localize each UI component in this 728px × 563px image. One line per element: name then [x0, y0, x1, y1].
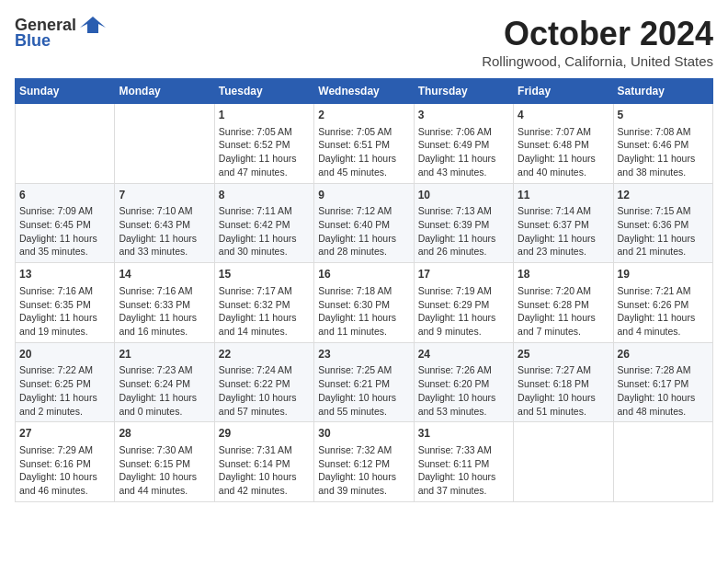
day-info: Sunrise: 7:26 AMSunset: 6:20 PMDaylight:… [418, 363, 509, 418]
calendar-cell: 16Sunrise: 7:18 AMSunset: 6:30 PMDayligh… [314, 263, 414, 343]
day-number: 22 [219, 347, 310, 362]
day-number: 5 [618, 108, 709, 123]
day-number: 25 [518, 347, 609, 362]
col-header-thursday: Thursday [414, 79, 513, 104]
day-info: Sunrise: 7:19 AMSunset: 6:29 PMDaylight:… [418, 284, 509, 339]
col-header-monday: Monday [115, 79, 214, 104]
day-info: Sunrise: 7:09 AMSunset: 6:45 PMDaylight:… [19, 204, 110, 259]
day-number: 29 [219, 426, 310, 442]
day-info: Sunrise: 7:33 AMSunset: 6:11 PMDaylight:… [418, 443, 509, 498]
calendar-cell: 25Sunrise: 7:27 AMSunset: 6:18 PMDayligh… [514, 342, 613, 422]
col-header-sunday: Sunday [16, 79, 115, 104]
calendar-cell: 22Sunrise: 7:24 AMSunset: 6:22 PMDayligh… [214, 342, 313, 422]
calendar-cell: 29Sunrise: 7:31 AMSunset: 6:14 PMDayligh… [214, 422, 313, 502]
day-number: 12 [618, 188, 709, 203]
calendar-cell: 13Sunrise: 7:16 AMSunset: 6:35 PMDayligh… [16, 263, 115, 343]
day-number: 7 [119, 188, 210, 203]
header-row: SundayMondayTuesdayWednesdayThursdayFrid… [16, 79, 713, 104]
calendar-cell: 31Sunrise: 7:33 AMSunset: 6:11 PMDayligh… [414, 422, 513, 502]
day-number: 16 [318, 267, 409, 282]
calendar-cell: 1Sunrise: 7:05 AMSunset: 6:52 PMDaylight… [214, 104, 313, 184]
calendar-cell [16, 104, 115, 184]
day-info: Sunrise: 7:17 AMSunset: 6:32 PMDaylight:… [219, 284, 310, 339]
day-info: Sunrise: 7:18 AMSunset: 6:30 PMDaylight:… [318, 284, 409, 339]
calendar-cell: 10Sunrise: 7:13 AMSunset: 6:39 PMDayligh… [414, 183, 513, 263]
calendar-cell: 11Sunrise: 7:14 AMSunset: 6:37 PMDayligh… [514, 183, 613, 263]
logo-blue-text: Blue [15, 31, 51, 51]
calendar-cell: 3Sunrise: 7:06 AMSunset: 6:49 PMDaylight… [414, 104, 513, 184]
day-number: 30 [318, 426, 409, 442]
day-info: Sunrise: 7:28 AMSunset: 6:17 PMDaylight:… [618, 363, 709, 418]
day-number: 17 [418, 267, 509, 282]
day-info: Sunrise: 7:21 AMSunset: 6:26 PMDaylight:… [618, 284, 709, 339]
day-number: 24 [418, 347, 509, 362]
day-info: Sunrise: 7:05 AMSunset: 6:52 PMDaylight:… [219, 125, 310, 179]
week-row-5: 27Sunrise: 7:29 AMSunset: 6:16 PMDayligh… [16, 422, 713, 502]
day-number: 20 [19, 347, 110, 362]
calendar-cell: 5Sunrise: 7:08 AMSunset: 6:46 PMDaylight… [613, 104, 712, 184]
day-info: Sunrise: 7:29 AMSunset: 6:16 PMDaylight:… [19, 443, 110, 498]
day-info: Sunrise: 7:16 AMSunset: 6:33 PMDaylight:… [119, 284, 210, 339]
day-info: Sunrise: 7:16 AMSunset: 6:35 PMDaylight:… [19, 284, 110, 339]
calendar-cell: 4Sunrise: 7:07 AMSunset: 6:48 PMDaylight… [514, 104, 613, 184]
calendar-cell: 30Sunrise: 7:32 AMSunset: 6:12 PMDayligh… [314, 422, 414, 502]
page-header: General Blue October 2024 Rollingwood, C… [15, 15, 713, 69]
week-row-1: 1Sunrise: 7:05 AMSunset: 6:52 PMDaylight… [16, 104, 713, 184]
day-number: 31 [418, 426, 509, 442]
calendar-cell: 15Sunrise: 7:17 AMSunset: 6:32 PMDayligh… [214, 263, 313, 343]
day-info: Sunrise: 7:11 AMSunset: 6:42 PMDaylight:… [219, 204, 310, 259]
day-info: Sunrise: 7:12 AMSunset: 6:40 PMDaylight:… [318, 204, 409, 259]
day-info: Sunrise: 7:08 AMSunset: 6:46 PMDaylight:… [618, 125, 709, 179]
day-number: 23 [318, 347, 409, 362]
day-number: 27 [19, 426, 110, 442]
day-info: Sunrise: 7:06 AMSunset: 6:49 PMDaylight:… [418, 125, 509, 179]
calendar-cell: 18Sunrise: 7:20 AMSunset: 6:28 PMDayligh… [514, 263, 613, 343]
day-info: Sunrise: 7:22 AMSunset: 6:25 PMDaylight:… [19, 363, 110, 418]
calendar-cell: 24Sunrise: 7:26 AMSunset: 6:20 PMDayligh… [414, 342, 513, 422]
col-header-wednesday: Wednesday [314, 79, 414, 104]
calendar-cell: 28Sunrise: 7:30 AMSunset: 6:15 PMDayligh… [115, 422, 214, 502]
calendar-cell: 2Sunrise: 7:05 AMSunset: 6:51 PMDaylight… [314, 104, 414, 184]
day-number: 28 [119, 426, 210, 442]
day-info: Sunrise: 7:15 AMSunset: 6:36 PMDaylight:… [618, 204, 709, 259]
col-header-friday: Friday [514, 79, 613, 104]
day-info: Sunrise: 7:23 AMSunset: 6:24 PMDaylight:… [119, 363, 210, 418]
logo: General Blue [15, 15, 106, 51]
day-number: 18 [518, 267, 609, 282]
day-info: Sunrise: 7:14 AMSunset: 6:37 PMDaylight:… [518, 204, 609, 259]
day-number: 1 [219, 108, 310, 123]
day-info: Sunrise: 7:31 AMSunset: 6:14 PMDaylight:… [219, 443, 310, 498]
calendar-cell: 21Sunrise: 7:23 AMSunset: 6:24 PMDayligh… [115, 342, 214, 422]
calendar-cell: 17Sunrise: 7:19 AMSunset: 6:29 PMDayligh… [414, 263, 513, 343]
day-info: Sunrise: 7:07 AMSunset: 6:48 PMDaylight:… [518, 125, 609, 179]
day-number: 13 [19, 267, 110, 282]
day-number: 4 [518, 108, 609, 123]
calendar-table: SundayMondayTuesdayWednesdayThursdayFrid… [15, 78, 713, 502]
calendar-cell [613, 422, 712, 502]
col-header-saturday: Saturday [613, 79, 712, 104]
day-number: 19 [618, 267, 709, 282]
calendar-cell: 9Sunrise: 7:12 AMSunset: 6:40 PMDaylight… [314, 183, 414, 263]
calendar-cell: 19Sunrise: 7:21 AMSunset: 6:26 PMDayligh… [613, 263, 712, 343]
logo-bird-icon [80, 15, 106, 35]
calendar-cell: 20Sunrise: 7:22 AMSunset: 6:25 PMDayligh… [16, 342, 115, 422]
calendar-cell: 27Sunrise: 7:29 AMSunset: 6:16 PMDayligh… [16, 422, 115, 502]
calendar-cell: 6Sunrise: 7:09 AMSunset: 6:45 PMDaylight… [16, 183, 115, 263]
day-number: 8 [219, 188, 310, 203]
calendar-cell [514, 422, 613, 502]
day-number: 21 [119, 347, 210, 362]
svg-marker-0 [80, 17, 106, 33]
calendar-cell: 7Sunrise: 7:10 AMSunset: 6:43 PMDaylight… [115, 183, 214, 263]
calendar-cell: 26Sunrise: 7:28 AMSunset: 6:17 PMDayligh… [613, 342, 712, 422]
day-info: Sunrise: 7:05 AMSunset: 6:51 PMDaylight:… [318, 125, 409, 179]
location-text: Rollingwood, California, United States [482, 53, 713, 69]
day-info: Sunrise: 7:13 AMSunset: 6:39 PMDaylight:… [418, 204, 509, 259]
day-info: Sunrise: 7:10 AMSunset: 6:43 PMDaylight:… [119, 204, 210, 259]
day-info: Sunrise: 7:25 AMSunset: 6:21 PMDaylight:… [318, 363, 409, 418]
month-title: October 2024 [482, 15, 713, 53]
day-number: 11 [518, 188, 609, 203]
day-number: 6 [19, 188, 110, 203]
day-number: 2 [318, 108, 409, 123]
day-info: Sunrise: 7:20 AMSunset: 6:28 PMDaylight:… [518, 284, 609, 339]
day-info: Sunrise: 7:24 AMSunset: 6:22 PMDaylight:… [219, 363, 310, 418]
